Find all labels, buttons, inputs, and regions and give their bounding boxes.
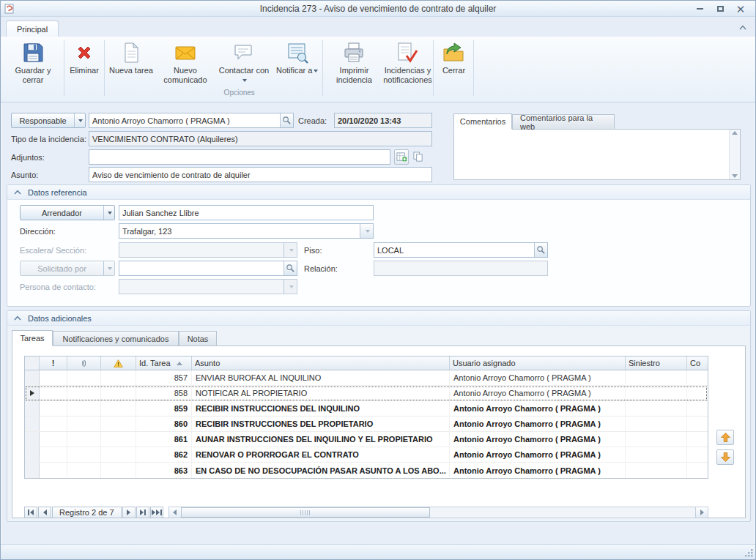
tareas-grid: ! Id. Tarea Asunto Usuario asignado Sini…: [24, 356, 708, 479]
title-bar: Incidencia 273 - Aviso de vencimiento de…: [1, 1, 755, 17]
asunto-field[interactable]: Aviso de vencimiento de contrato de alqu…: [89, 167, 432, 182]
scroll-left-button[interactable]: [169, 507, 182, 518]
resize-grip[interactable]: [744, 548, 754, 558]
ribbon-separator: [64, 40, 64, 96]
save-close-button[interactable]: Guardar y cerrar: [4, 38, 62, 87]
status-bar: [1, 544, 755, 559]
siniestro-column-header[interactable]: Siniestro: [626, 356, 687, 370]
dropdown-caret-icon: [314, 70, 318, 72]
delete-button[interactable]: Eliminar: [66, 38, 103, 78]
new-record-button[interactable]: [150, 507, 163, 518]
close-form-button[interactable]: Cerrar: [435, 38, 472, 78]
ribbon-collapse-button[interactable]: [738, 23, 748, 31]
id-tarea-column-header[interactable]: Id. Tarea: [136, 356, 192, 370]
ribbon-separator: [104, 40, 105, 96]
record-count-label: Registro 2 de 7: [52, 507, 122, 518]
folder-arrow-icon: [442, 41, 465, 64]
comentarios-scrollbar[interactable]: [729, 130, 740, 179]
dropdown-caret-icon: [242, 79, 247, 82]
priority-column-header[interactable]: !: [40, 356, 67, 370]
adjuntos-label: Adjuntos:: [11, 149, 45, 165]
creada-field: 20/10/2020 13:43: [334, 113, 432, 128]
datos-adicionales-header[interactable]: Datos adicionales: [7, 311, 750, 326]
solicitado-por-field[interactable]: [119, 261, 297, 276]
notify-to-button[interactable]: Notificar a: [273, 38, 322, 87]
usuario-asignado-column-header[interactable]: Usuario asignado: [450, 356, 626, 370]
group-title: Datos referencia: [28, 188, 87, 197]
table-row[interactable]: 859 RECIBIR INSTRUCCIONES DEL INQUILINO …: [25, 401, 708, 417]
horizontal-scrollbar[interactable]: [168, 507, 708, 518]
document-check-icon: [396, 41, 419, 64]
persona-contacto-dropdown: [119, 279, 297, 294]
contact-with-button[interactable]: Contactar con: [215, 38, 273, 87]
table-row-selected[interactable]: 858 NOTIFICAR AL PROPIETARIO Antonio Arr…: [25, 386, 708, 401]
copy-attachment-button[interactable]: [410, 149, 425, 165]
chevron-down-icon: [74, 113, 85, 127]
table-row[interactable]: 860 RECIBIR INSTRUCCIONES DEL PROPIETARI…: [25, 417, 708, 432]
creada-label: Creada:: [298, 113, 327, 128]
add-attachment-button[interactable]: [394, 149, 409, 165]
app-window: Incidencia 273 - Aviso de vencimiento de…: [0, 0, 756, 560]
next-record-button[interactable]: [122, 507, 136, 518]
search-icon[interactable]: [280, 113, 293, 127]
ribbon-toolbar: Guardar y cerrar Eliminar Nueva tarea Nu…: [1, 37, 755, 102]
table-row[interactable]: 862 RENOVAR O PRORROGAR EL CONTRATO Anto…: [25, 447, 708, 463]
search-icon[interactable]: [284, 261, 297, 275]
move-task-down-button[interactable]: [716, 449, 734, 465]
previous-record-button[interactable]: [38, 507, 51, 518]
asunto-column-header[interactable]: Asunto: [192, 356, 450, 370]
incidents-notifications-button[interactable]: Incidencias y notificaciones: [383, 38, 431, 87]
collapse-chevron-icon: [14, 316, 21, 321]
print-incident-button[interactable]: Imprimir incidencia: [325, 38, 383, 87]
tab-notificaciones-comunicados[interactable]: Notificaciones y comunicados: [53, 331, 179, 346]
new-task-button[interactable]: Nueva tarea: [106, 38, 156, 87]
new-notice-button[interactable]: Nuevo comunicado: [156, 38, 215, 87]
responsable-field[interactable]: Antonio Arroyo Chamorro ( PRAGMA ): [89, 113, 294, 128]
printer-icon: [342, 41, 366, 64]
notify-list-icon: [286, 41, 309, 64]
tab-notas[interactable]: Notas: [179, 331, 217, 346]
grid-header-row: ! Id. Tarea Asunto Usuario asignado Sini…: [25, 356, 708, 370]
direccion-dropdown[interactable]: Trafalgar, 123: [119, 223, 374, 239]
arrendador-field[interactable]: Julian Sanchez Llibre: [119, 205, 374, 220]
speech-bubble-icon: [232, 41, 256, 64]
arrow-down-icon: [720, 452, 731, 463]
tab-tareas[interactable]: Tareas: [12, 330, 53, 346]
arrendador-combo-button[interactable]: Arrendador: [20, 205, 115, 220]
adjuntos-field[interactable]: [89, 149, 390, 165]
close-icon: ✕: [736, 4, 746, 15]
ribbon-separator: [473, 40, 474, 96]
tab-comentarios-web[interactable]: Comentarios para la web: [512, 114, 615, 130]
document-icon: [119, 41, 143, 64]
attachment-column-header[interactable]: [67, 356, 101, 370]
maximize-button[interactable]: [710, 2, 730, 15]
last-record-button[interactable]: [136, 507, 149, 518]
scroll-right-button[interactable]: [695, 507, 708, 518]
datos-referencia-header[interactable]: Datos referencia: [7, 185, 750, 200]
scrollbar-track[interactable]: [429, 507, 695, 518]
group-title: Datos adicionales: [28, 314, 92, 323]
minimize-button[interactable]: [689, 2, 710, 15]
scrollbar-thumb[interactable]: [181, 507, 430, 518]
first-record-button[interactable]: [24, 507, 37, 518]
tab-principal[interactable]: Principal: [6, 20, 59, 37]
tab-comentarios[interactable]: Comentarios: [453, 113, 512, 130]
scroll-down-icon: [732, 174, 738, 178]
search-icon[interactable]: [534, 243, 547, 257]
current-row-icon: [30, 390, 34, 396]
table-row[interactable]: 857 ENVIAR BUROFAX AL INQUILINO Antonio …: [25, 370, 708, 386]
co-column-header[interactable]: Co: [687, 356, 708, 370]
table-row[interactable]: 861 AUNAR INSTRUCCIONES DEL INQUILINO Y …: [25, 432, 708, 447]
thumb-grip-icon: [300, 510, 310, 515]
table-row[interactable]: 863 EN CASO DE NO DESOCUPACIÓN PASAR ASU…: [25, 463, 708, 478]
close-button[interactable]: ✕: [730, 2, 751, 15]
chevron-down-icon[interactable]: [360, 224, 373, 238]
move-task-up-button[interactable]: [716, 430, 734, 445]
comentarios-textarea[interactable]: [453, 129, 741, 180]
chevron-down-icon: [103, 261, 114, 275]
record-navigator: Registro 2 de 7: [24, 507, 708, 518]
responsable-combo-button[interactable]: Responsable: [11, 113, 86, 128]
paperclip-icon: [80, 359, 89, 368]
piso-field[interactable]: LOCAL: [374, 242, 548, 258]
warning-column-header[interactable]: [101, 356, 136, 370]
